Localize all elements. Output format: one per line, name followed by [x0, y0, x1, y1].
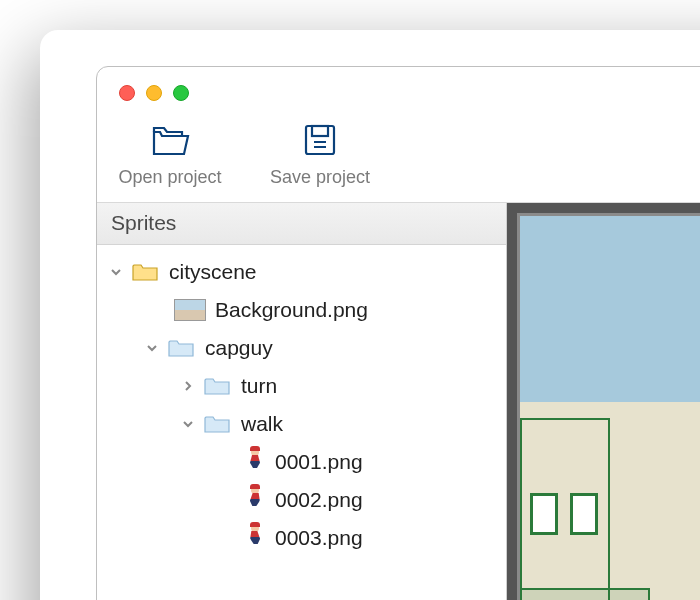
- svg-rect-0: [306, 126, 334, 154]
- panel-title: Sprites: [97, 203, 506, 245]
- chevron-down-icon[interactable]: [141, 337, 163, 359]
- scene-preview: [517, 213, 700, 600]
- chevron-right-icon[interactable]: [177, 375, 199, 397]
- tree-file-frame[interactable]: 0001.png: [97, 443, 506, 481]
- tree-folder-turn[interactable]: turn: [97, 367, 506, 405]
- image-thumbnail-icon: [175, 300, 205, 320]
- file-label: Background.png: [215, 298, 368, 322]
- folder-icon: [167, 336, 195, 360]
- folder-icon: [203, 412, 231, 436]
- save-project-label: Save project: [270, 167, 370, 188]
- toolbar: Open project Save project: [97, 109, 700, 203]
- tree-folder-cityscene[interactable]: cityscene: [97, 253, 506, 291]
- tree-file-frame[interactable]: 0003.png: [97, 519, 506, 557]
- folder-label: cityscene: [169, 260, 257, 284]
- chevron-down-icon[interactable]: [105, 261, 127, 283]
- svg-rect-1: [312, 126, 328, 136]
- file-label: 0001.png: [275, 450, 363, 474]
- open-project-label: Open project: [118, 167, 221, 188]
- sprite-thumbnail-icon: [247, 448, 263, 476]
- app-window: Open project Save project: [96, 66, 700, 600]
- save-project-button[interactable]: Save project: [265, 119, 375, 188]
- file-label: 0002.png: [275, 488, 363, 512]
- folder-icon: [131, 260, 159, 284]
- minimize-window-button[interactable]: [146, 85, 162, 101]
- sprites-panel: Sprites cityscene Background.png: [97, 203, 507, 600]
- tree-folder-capguy[interactable]: capguy: [97, 329, 506, 367]
- tree-file-frame[interactable]: 0002.png: [97, 481, 506, 519]
- sprite-tree: cityscene Background.png capguy: [97, 245, 506, 565]
- folder-label: walk: [241, 412, 283, 436]
- save-icon: [299, 119, 341, 161]
- sprite-thumbnail-icon: [247, 486, 263, 514]
- folder-icon: [203, 374, 231, 398]
- sprite-thumbnail-icon: [247, 524, 263, 552]
- open-project-button[interactable]: Open project: [115, 119, 225, 188]
- close-window-button[interactable]: [119, 85, 135, 101]
- tree-file-background[interactable]: Background.png: [97, 291, 506, 329]
- preview-canvas[interactable]: [507, 203, 700, 600]
- folder-label: capguy: [205, 336, 273, 360]
- file-label: 0003.png: [275, 526, 363, 550]
- zoom-window-button[interactable]: [173, 85, 189, 101]
- folder-open-icon: [149, 119, 191, 161]
- tree-folder-walk[interactable]: walk: [97, 405, 506, 443]
- folder-label: turn: [241, 374, 277, 398]
- window-controls: [97, 67, 700, 109]
- chevron-down-icon[interactable]: [177, 413, 199, 435]
